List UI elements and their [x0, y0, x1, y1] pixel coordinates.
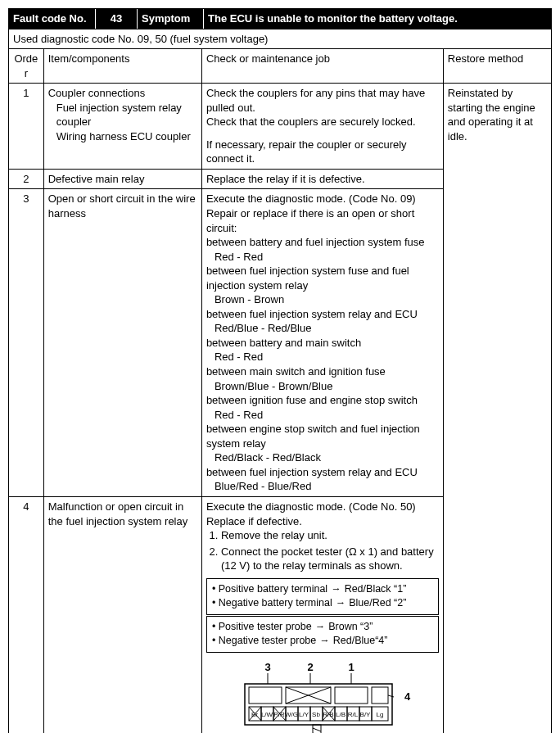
box-line-b: Brown “3”: [328, 621, 373, 632]
item-cell: Open or short circuit in the wire harnes…: [43, 189, 201, 496]
pin-label: Br: [251, 711, 258, 718]
arrow-icon: [316, 635, 333, 646]
order-cell: 4: [9, 496, 44, 733]
wire-line: between fuel injection system relay and …: [206, 307, 439, 322]
order-cell: 2: [9, 169, 44, 189]
symptom-label: Symptom: [138, 9, 204, 29]
box-line-a: Negative battery terminal: [219, 597, 332, 609]
col-item: Item/components: [43, 49, 201, 84]
pin-number: 2: [307, 661, 313, 673]
wire-color: Red/Black - Red/Black: [206, 450, 439, 465]
pin-label: W/G: [285, 711, 298, 718]
check-intro: Execute the diagnostic mode. (Code No. 0…: [206, 192, 439, 235]
spacer: [206, 129, 439, 138]
svg-rect-3: [245, 684, 392, 725]
check-intro: Execute the diagnostic mode. (Code No. 5…: [206, 500, 439, 528]
header-row: Fault code No. 43 Symptom The ECU is una…: [9, 9, 552, 29]
check-text: If necessary, repair the coupler or secu…: [206, 138, 439, 166]
order-cell: 1: [9, 84, 44, 170]
diagnostic-note-row: Used diagnostic code No. 09, 50 (fuel sy…: [9, 29, 552, 49]
box-line-a: Negative tester probe: [219, 635, 317, 646]
fault-code-value: 43: [96, 9, 138, 29]
check-cell: Replace the relay if it is defective.: [201, 169, 443, 189]
diagnostic-note: Used diagnostic code No. 09, 50 (fuel sy…: [9, 29, 552, 49]
arrow-icon: [332, 597, 350, 609]
item-cell: Malfunction or open circuit in the fuel …: [43, 496, 201, 733]
connector-svg: 3 2 1 4: [228, 661, 417, 733]
pin-label: B/Y: [359, 711, 371, 718]
check-cell: Execute the diagnostic mode. (Code No. 5…: [201, 496, 443, 733]
column-header-row: Order Item/components Check or maintenan…: [9, 49, 552, 84]
wire-line: between ignition fuse and engine stop sw…: [206, 393, 439, 408]
col-order: Order: [9, 49, 44, 84]
svg-rect-6: [335, 687, 368, 704]
terminal-box: • Positive battery terminalRed/Black “1”…: [206, 578, 439, 615]
connector-diagram: 3 2 1 4: [206, 661, 439, 733]
wire-line: between main switch and ignition fuse: [206, 364, 439, 379]
wire-color: Brown/Blue - Brown/Blue: [206, 379, 439, 394]
pin-label: L/Y: [299, 711, 309, 718]
pin-label: L/W: [261, 711, 273, 718]
symptom-value: The ECU is unable to monitor the battery…: [204, 9, 552, 29]
pin-label: Sb: [312, 711, 320, 718]
step-item: Remove the relay unit.: [221, 528, 439, 543]
box-line-b: Blue/Red “2”: [349, 597, 406, 609]
col-restore: Restore method: [443, 49, 551, 84]
step-list: Remove the relay unit. Connect the pocke…: [206, 528, 439, 573]
probe-box: • Positive tester probeBrown “3” • Negat…: [206, 616, 439, 653]
wire-color: Brown - Brown: [206, 292, 439, 307]
pin-label: L/B: [336, 711, 345, 718]
item-title: Coupler connections: [48, 87, 146, 99]
wire-line: between engine stop switch and fuel inje…: [206, 422, 439, 450]
svg-line-8: [388, 695, 394, 697]
wire-color: Red - Red: [206, 350, 439, 364]
box-line-b: Red/Blue“4”: [333, 635, 388, 646]
pin-label: P/R: [273, 711, 285, 718]
arrow-icon: [312, 621, 329, 632]
wire-color: Red - Red: [206, 408, 439, 423]
table-row: 1 Coupler connections Fuel injection sys…: [9, 84, 552, 170]
box-line-a: Positive battery terminal: [219, 583, 327, 595]
pin-label: R/B: [323, 711, 333, 718]
arrow-icon: [327, 583, 345, 595]
restore-cell: Reinstated by starting the engine and op…: [443, 84, 551, 733]
svg-rect-7: [372, 687, 388, 704]
wire-line: between battery and fuel injection syste…: [206, 235, 439, 250]
item-cell: Defective main relay: [43, 169, 201, 189]
fault-code-table-page: Fault code No. 43 Symptom The ECU is una…: [0, 0, 560, 733]
wire-color: Red - Red: [206, 250, 439, 265]
check-text: Check the couplers for any pins that may…: [206, 86, 439, 115]
svg-line-29: [313, 728, 321, 731]
wire-color: Blue/Red - Blue/Red: [206, 479, 439, 494]
fault-code-label: Fault code No.: [9, 9, 96, 29]
pin-label: Lg: [376, 711, 383, 718]
col-check: Check or maintenance job: [201, 49, 443, 84]
fault-code-table: Fault code No. 43 Symptom The ECU is una…: [8, 8, 552, 733]
step-item: Connect the pocket tester (Ω x 1) and ba…: [221, 545, 439, 573]
wire-color: Red/Blue - Red/Blue: [206, 321, 439, 336]
pin-number: 3: [264, 661, 270, 673]
check-text: Check that the couplers are securely loc…: [206, 115, 439, 129]
order-cell: 3: [9, 189, 44, 496]
wire-line: between fuel injection system relay and …: [206, 465, 439, 480]
item-line: Wiring harness ECU coupler: [48, 129, 197, 144]
box-line-b: Red/Black “1”: [345, 583, 407, 595]
pin-number: 4: [404, 690, 411, 703]
check-cell: Execute the diagnostic mode. (Code No. 0…: [201, 189, 443, 496]
item-line: Fuel injection system relay coupler: [48, 101, 197, 129]
item-cell: Coupler connections Fuel injection syste…: [43, 84, 201, 170]
check-cell: Check the couplers for any pins that may…: [201, 84, 443, 170]
wire-line: between battery and main switch: [206, 336, 439, 351]
svg-rect-28: [313, 725, 321, 733]
pin-label: R/L: [348, 711, 359, 718]
wire-line: between fuel injection system fuse and f…: [206, 264, 439, 292]
box-line-a: Positive tester probe: [219, 621, 312, 632]
svg-rect-4: [249, 687, 282, 704]
pin-number: 1: [348, 661, 354, 673]
